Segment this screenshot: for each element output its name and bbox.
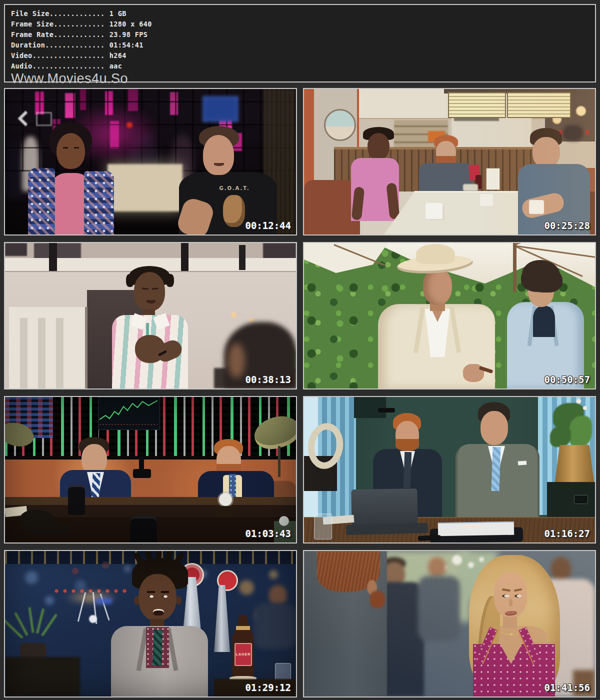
bottle-label: LAGER: [234, 643, 252, 666]
info-line-audio: Audio.................aac: [11, 61, 589, 72]
club-logo-sign: [36, 112, 52, 126]
tshirt-goat-graphic: [223, 195, 245, 227]
door-slat: [56, 318, 64, 388]
screenshot-thumbnail-night-bar: LAGER: [4, 550, 297, 698]
speaker-hair-tuft: [126, 274, 134, 287]
info-label: Video: [11, 52, 32, 60]
man-brow: [161, 591, 169, 593]
screenshot-thumbnail-garden-party: 00:50:57: [303, 242, 596, 390]
bull-statue: [20, 510, 55, 531]
man-open-mouth: [153, 609, 164, 616]
wall-camera: [133, 469, 151, 478]
timestamp-overlay: 01:29:12: [245, 682, 291, 693]
umbrella-canopy-left: [304, 243, 388, 273]
orchid-bloom: [576, 399, 581, 404]
dot-leader: .................: [32, 52, 105, 60]
man-eye: [162, 595, 168, 598]
cena-face: [423, 268, 452, 305]
cowboy-hat-crown: [416, 244, 455, 264]
plant-leaf: [550, 426, 571, 447]
zac-face: [480, 411, 508, 445]
blue-neon-glint: [96, 598, 112, 604]
red-light: [126, 122, 132, 128]
ginger-dark-tie: [404, 452, 412, 488]
office-meeting-scene: [304, 397, 595, 542]
water-glass: [314, 514, 332, 540]
home-interior-scene: [5, 243, 296, 388]
man-right-smile: [214, 163, 224, 166]
bokeh-light: [269, 570, 278, 579]
door-slat: [38, 318, 46, 388]
warm-light-overlay: [304, 89, 595, 234]
plant-leaf: [36, 608, 44, 634]
teal-striped-tie: [152, 630, 163, 666]
party-scene: [304, 551, 595, 696]
orchid-bloom: [583, 406, 587, 410]
info-label: Audio: [11, 62, 32, 70]
screenshot-thumbnail-office-meeting: 01:16:27: [303, 396, 596, 544]
dark-opening: [5, 243, 27, 256]
info-line-frame-rate: Frame Rate............23.98 FPS: [11, 30, 589, 40]
balcony-post: [239, 245, 246, 270]
info-label: Duration: [11, 41, 45, 49]
plant-leaf: [41, 614, 58, 636]
speaker-hair-tuft: [166, 274, 174, 287]
man-left-patterned-kimono: [84, 171, 114, 234]
info-line-video: Video.................h264: [11, 50, 589, 61]
bokeh-light: [45, 596, 54, 605]
bokeh-light: [25, 571, 38, 584]
man-right-face: [203, 135, 234, 175]
background-patron: [254, 603, 296, 649]
trading-office-scene: [5, 397, 296, 542]
lamp-pole: [278, 446, 280, 477]
umbrella-pole: [513, 243, 516, 292]
dread-twist: [156, 550, 162, 562]
man-eye: [148, 595, 154, 598]
globe-trophy: [219, 493, 232, 506]
stock-line-chart: [98, 398, 158, 428]
plant-leaf: [28, 607, 34, 633]
recessed-light: [231, 312, 236, 318]
info-value: aac: [105, 62, 122, 70]
plant-pot: [20, 643, 46, 658]
curly-man-hair: [522, 260, 560, 289]
screenshot-thumbnail-trading-office: 01:03:43: [4, 396, 297, 544]
info-line-file-size: File Size.............1 GB: [11, 8, 589, 19]
white-lamp-ball: [89, 615, 97, 623]
dot-leader: ............: [54, 30, 104, 38]
man-left-patterned-kimono: [28, 168, 55, 234]
speaker-face: [134, 272, 165, 311]
info-value: h264: [105, 52, 126, 60]
screenshot-thumbnail-diner: 00:25:28: [303, 88, 596, 236]
dot-leader: .................: [32, 62, 105, 70]
garden-party-scene: [304, 243, 595, 388]
man-ear: [176, 596, 182, 605]
curly-man-navy-tee: [533, 306, 555, 337]
board-bottom-bezel: [5, 456, 296, 460]
man-left-face: [56, 133, 85, 169]
glowing-bar-counter: [108, 164, 182, 212]
info-value: 23.98 FPS: [105, 30, 148, 38]
screenshot-thumbnail-home-interior: 00:38:13: [4, 242, 297, 390]
info-value: 1280 x 640: [105, 20, 152, 28]
white-document: [438, 522, 514, 536]
laptop-screen: [351, 488, 418, 528]
dot-leader: ..............: [45, 41, 104, 49]
timestamp-overlay: 00:38:13: [245, 374, 291, 385]
man-left-eye: [74, 147, 79, 148]
screen-bezel: [200, 397, 202, 457]
tshirt-text: G.O.A.T.: [217, 186, 252, 191]
timestamp-overlay: 01:16:27: [544, 528, 590, 539]
info-line-frame-size: Frame Size............1280 x 640: [11, 19, 589, 30]
nightclub-scene: G.O.A.T.: [5, 89, 296, 234]
recessed-light: [249, 318, 254, 322]
bokeh-light: [239, 580, 254, 595]
door-slat: [20, 318, 28, 388]
dark-beam: [354, 397, 386, 418]
cabinet-logo: [574, 495, 588, 504]
info-label: File Size: [11, 10, 50, 18]
curtain-rod-finial: [378, 408, 395, 412]
foreground-listener-cheek: [228, 343, 245, 378]
dot-leader: .............: [50, 10, 105, 18]
black-mug: [130, 516, 157, 542]
